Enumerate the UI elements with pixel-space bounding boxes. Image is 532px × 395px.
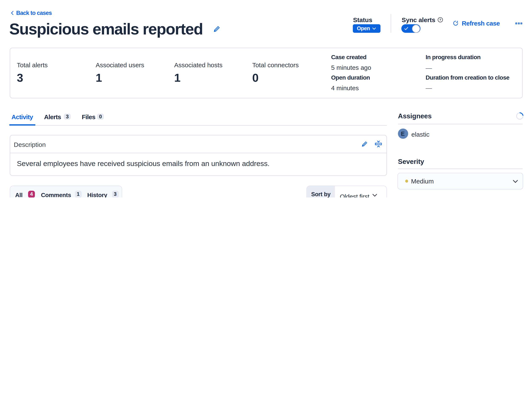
- svg-text:?: ?: [439, 18, 441, 22]
